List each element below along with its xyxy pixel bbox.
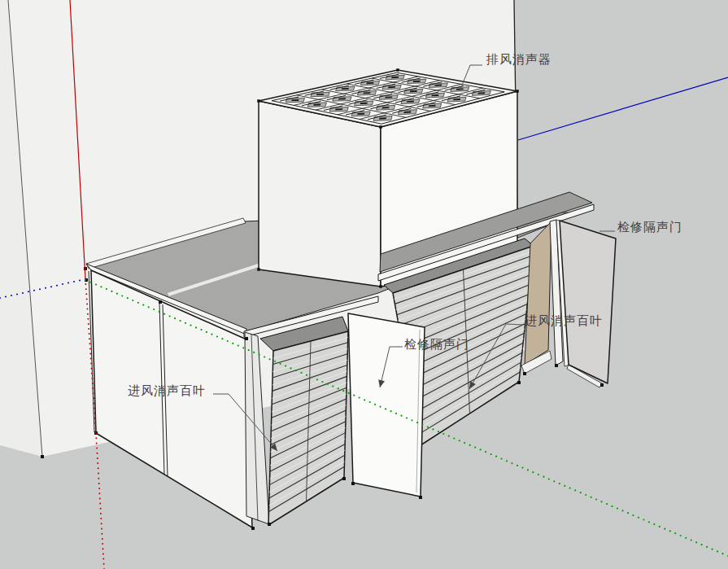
sketchup-viewport[interactable]: 排风消声器 检修隔声门 进风消声百叶 检修隔声门 进风消声百叶 — [0, 0, 728, 569]
label-intake-louver-right: 进风消声百叶 — [525, 313, 603, 329]
label-access-door-right: 检修隔声门 — [617, 220, 682, 235]
exhaust-box-left-face — [259, 101, 381, 287]
label-intake-louver-front: 进风消声百叶 — [128, 383, 206, 399]
access-door-right-panel — [556, 220, 616, 387]
label-access-door-front: 检修隔声门 — [404, 337, 469, 352]
label-exhaust-silencer: 排风消声器 — [486, 52, 551, 68]
model-scene — [0, 0, 728, 569]
